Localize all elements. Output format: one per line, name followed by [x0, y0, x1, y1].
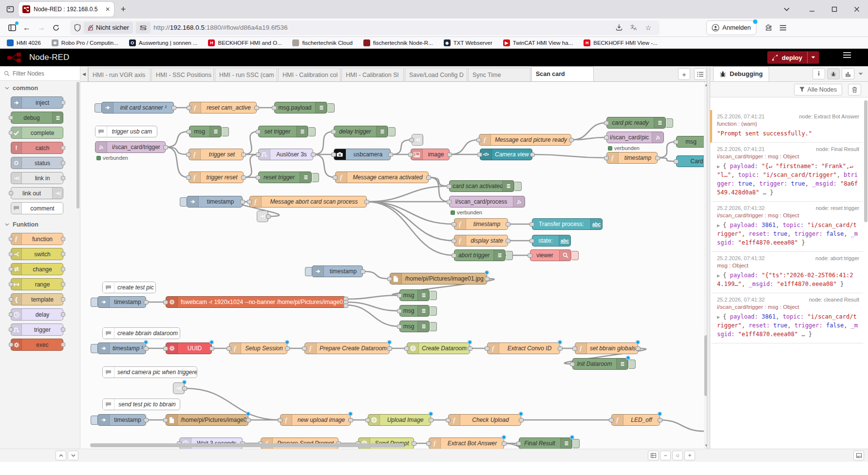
console-toggle-icon[interactable] — [853, 451, 864, 460]
flow-node-Check-Upload[interactable]: ƒCheck Upload — [448, 414, 521, 426]
flow-node-fswebcam-r-1920x1024-no-banner[interactable]: fswebcam -r 1920x1024 --no-banner /home/… — [166, 296, 346, 308]
close-button[interactable] — [846, 0, 868, 19]
bookmark-item[interactable]: ▶TwinCAT HMI View ha... — [503, 39, 573, 46]
security-chip[interactable]: Nicht sicher — [84, 22, 133, 34]
output-port[interactable] — [468, 346, 472, 351]
deploy-caret-icon[interactable] — [807, 52, 819, 63]
flow-node-usbcamera[interactable]: usbcamera — [334, 149, 391, 160]
flow-node-msg[interactable]: msg — [399, 305, 430, 317]
palette-node-inject[interactable]: inject — [11, 96, 63, 109]
output-port[interactable] — [506, 222, 510, 227]
input-port[interactable] — [485, 346, 490, 351]
output-port[interactable] — [163, 145, 168, 150]
debug-scrollbar[interactable] — [864, 100, 868, 222]
input-port[interactable] — [9, 131, 13, 135]
output-port[interactable] — [311, 152, 316, 157]
palette-node-trigger[interactable]: trigger — [11, 323, 63, 336]
output-port[interactable] — [348, 418, 353, 422]
flow-node-reset-cam_active[interactable]: ƒreset cam_active — [189, 102, 257, 114]
flow-node-msg-payload[interactable]: msg.payload — [274, 102, 327, 114]
flow-node-Init-Dataroom[interactable]: Init Dataroom — [572, 358, 628, 370]
expand-caret-icon[interactable]: ▶ — [717, 314, 723, 320]
bookmark-star-icon[interactable]: ☆ — [642, 24, 655, 32]
input-port[interactable] — [452, 239, 456, 243]
output-port[interactable] — [144, 300, 149, 304]
input-port[interactable] — [187, 106, 191, 110]
inject-button[interactable] — [305, 267, 312, 276]
output-port[interactable] — [519, 418, 524, 422]
flow-node-trigger-usb-cam[interactable]: trigger usb cam — [95, 126, 157, 137]
input-port[interactable] — [397, 293, 402, 298]
add-flow-button[interactable]: + — [678, 68, 690, 80]
expand-caret-icon[interactable]: ▶ — [717, 273, 723, 278]
flow-node-UUID[interactable]: UUID — [166, 342, 212, 354]
back-icon[interactable]: ← — [19, 21, 34, 35]
input-port[interactable] — [186, 175, 191, 180]
input-port[interactable] — [9, 267, 13, 271]
palette-node-change[interactable]: change — [11, 263, 63, 275]
flow-node-i-scan_card-pic[interactable]: i/scan_card/picverbunden — [606, 132, 664, 143]
debug-toggle-button[interactable] — [506, 251, 513, 260]
input-port[interactable] — [404, 346, 409, 351]
input-port[interactable] — [256, 152, 261, 157]
canvas-hscrollbar[interactable] — [80, 443, 702, 448]
flow-node-i-scan_card-process[interactable]: i/scan_card/processverbunden — [449, 196, 525, 208]
input-port[interactable] — [452, 253, 456, 258]
zoom-out-button[interactable]: − — [660, 451, 671, 460]
palette-collapse-icon[interactable] — [56, 451, 66, 460]
flow-node-send-test-pic-to-bbrain[interactable]: send test pic to bbrain — [102, 399, 180, 410]
input-port[interactable] — [9, 191, 13, 195]
input-port[interactable] — [408, 152, 413, 157]
bookmark-item[interactable]: HBECKHOFF HMI View -... — [584, 39, 657, 46]
palette-filter-input[interactable] — [13, 70, 66, 77]
translate-icon[interactable]: 文A — [627, 24, 640, 32]
input-port[interactable] — [529, 239, 534, 243]
input-port[interactable] — [409, 138, 414, 142]
output-port[interactable] — [387, 346, 392, 351]
input-port[interactable] — [256, 175, 261, 180]
output-port[interactable] — [636, 346, 641, 351]
output-port[interactable] — [558, 346, 563, 351]
palette-node-template[interactable]: {template — [11, 293, 63, 305]
output-port[interactable] — [144, 418, 149, 422]
input-port[interactable] — [256, 130, 261, 134]
output-port[interactable] — [360, 269, 365, 274]
input-port[interactable] — [331, 130, 336, 134]
palette-node-catch[interactable]: !catch — [11, 142, 63, 154]
flow-node-Setup-Session[interactable]: ƒSetup Session — [229, 342, 287, 354]
debug-clear-button[interactable] — [848, 84, 861, 95]
flow-node-LED_off[interactable]: ƒLED_off — [611, 414, 660, 426]
output-port[interactable] — [61, 161, 65, 165]
flow-node-link[interactable] — [257, 210, 268, 222]
debug-toggle-button[interactable] — [430, 306, 437, 316]
debug-tab-button[interactable] — [827, 68, 840, 79]
list-tabs-icon[interactable] — [778, 0, 795, 19]
flow-node-timestamp-[interactable]: timestamp ¹ — [97, 342, 146, 354]
flow-node-abort-trigger[interactable]: abort trigger — [454, 249, 506, 261]
debug-filter-button[interactable]: Alle Nodes — [794, 84, 842, 95]
flow-node-link[interactable] — [173, 382, 185, 394]
flow-node-Message-abort-card-scan-proces[interactable]: ƒMessage abort card scan process — [249, 196, 367, 208]
palette-expand-icon[interactable] — [68, 451, 78, 460]
input-port[interactable] — [365, 418, 370, 422]
output-port[interactable] — [506, 239, 510, 243]
output-port[interactable] — [61, 282, 65, 286]
output-port[interactable] — [447, 152, 452, 157]
palette-scrollbar[interactable] — [76, 82, 79, 209]
input-port[interactable] — [476, 138, 481, 142]
debug-toggle-button[interactable] — [389, 127, 396, 136]
flow-node-Transfer-process-[interactable]: Transfer process:abc — [532, 218, 603, 230]
expand-caret-icon[interactable]: ▶ — [717, 223, 723, 228]
debug-toggle-button[interactable] — [312, 173, 319, 182]
flow-node-init-card-scanner-[interactable]: init card scanner ¹ — [101, 102, 174, 114]
output-port[interactable] — [61, 297, 65, 302]
debug-toggle-button[interactable] — [666, 118, 673, 128]
palette-node-switch[interactable]: switch — [11, 248, 63, 260]
flow-tab-Sync-Time[interactable]: Sync Time — [468, 68, 530, 81]
flow-node-msg[interactable]: msg — [399, 321, 430, 332]
input-port[interactable] — [333, 175, 338, 180]
inject-button[interactable] — [94, 103, 101, 113]
flow-node-viewer[interactable]: viewer — [530, 249, 571, 261]
flow-node-timestamp[interactable]: timestamp — [312, 266, 363, 277]
bookmark-item[interactable]: ◆TXT Webserver — [444, 39, 492, 46]
